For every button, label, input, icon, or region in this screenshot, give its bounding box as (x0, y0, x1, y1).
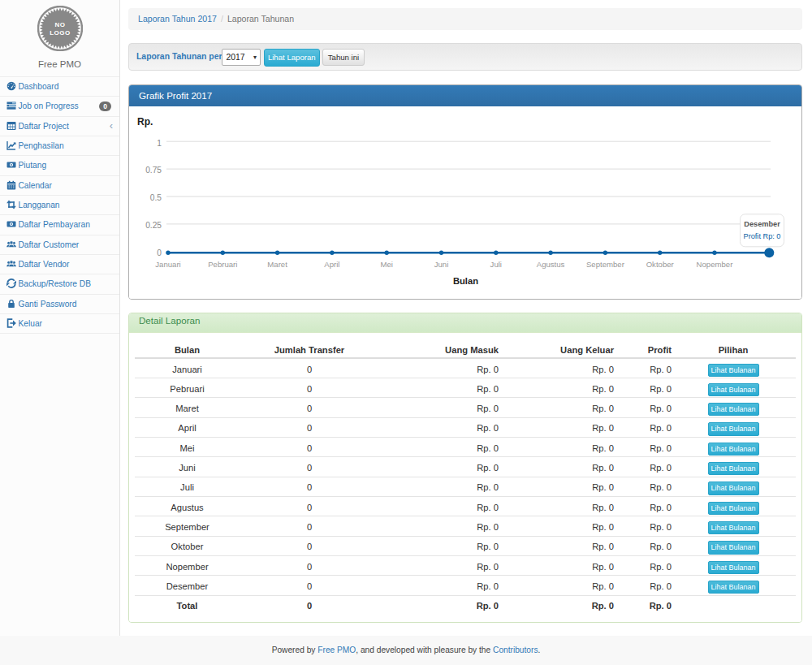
svg-text:April: April (324, 260, 339, 269)
svg-text:Mei: Mei (380, 260, 392, 269)
svg-text:0.25: 0.25 (145, 221, 162, 230)
svg-text:0: 0 (157, 248, 162, 257)
svg-text:LOGO: LOGO (50, 29, 71, 37)
svg-text:Juli: Juli (490, 260, 502, 269)
svg-text:NO: NO (54, 21, 65, 28)
svg-text:Oktober: Oktober (646, 260, 675, 269)
svg-text:0.75: 0.75 (145, 166, 162, 175)
svg-text:0.5: 0.5 (150, 193, 162, 202)
svg-text:Nopember: Nopember (697, 260, 734, 269)
svg-text:Profit Rp: 0: Profit Rp: 0 (744, 232, 781, 240)
svg-text:Pebruari: Pebruari (208, 260, 237, 269)
svg-text:Juni: Juni (434, 260, 449, 269)
svg-text:1: 1 (157, 139, 162, 148)
svg-text:Januari: Januari (155, 260, 180, 269)
svg-text:Desember: Desember (744, 220, 780, 228)
svg-text:Rp.: Rp. (137, 116, 153, 127)
svg-text:September: September (586, 260, 625, 269)
svg-text:Bulan: Bulan (453, 276, 478, 286)
svg-text:Maret: Maret (267, 260, 287, 269)
svg-text:Agustus: Agustus (537, 260, 565, 269)
